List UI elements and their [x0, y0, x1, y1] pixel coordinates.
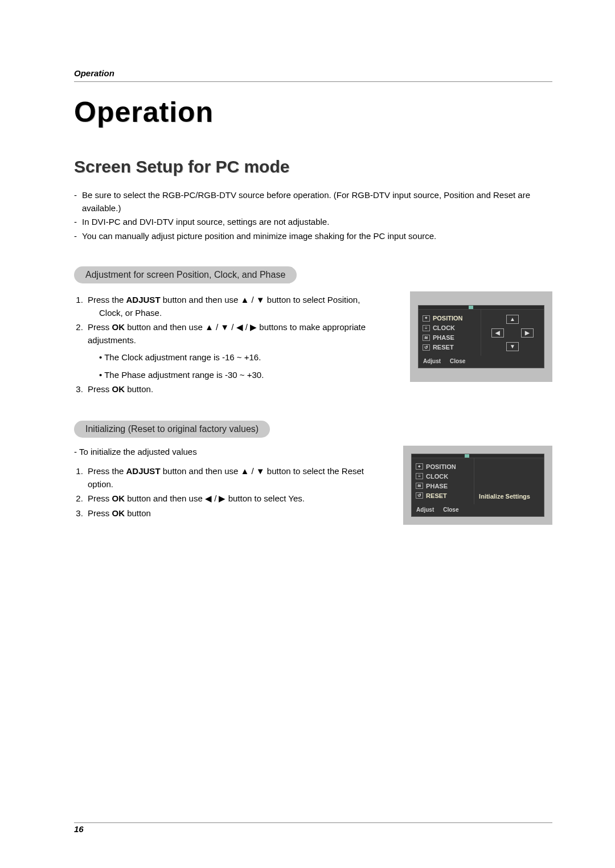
osd-item-phase[interactable]: ≋PHASE: [414, 482, 472, 491]
up-down-arrows-icon: ▲ / ▼: [241, 295, 265, 305]
initialize-settings-label[interactable]: Initialize Settings: [479, 493, 530, 500]
step: Press the ADJUST button and then use ▲ /…: [85, 294, 376, 319]
osd-illustration-2: ⌖POSITION ≡CLOCK ≋PHASE ↺RESET Initializ…: [403, 446, 552, 525]
osd-footer: Adjust Close: [419, 356, 544, 368]
subsection-pill-initializing: Initializing (Reset to original factory …: [74, 421, 270, 438]
osd-item-label: CLOCK: [426, 473, 448, 480]
osd-item-label: PHASE: [433, 334, 454, 341]
osd-item-position[interactable]: ⌖POSITION: [421, 314, 478, 323]
step: Press OK button and then use ◀ / ▶ butto…: [85, 492, 369, 505]
osd-item-reset[interactable]: ↺RESET: [421, 343, 478, 352]
osd-footer: Adjust Close: [412, 504, 544, 516]
osd-item-label: RESET: [426, 492, 447, 499]
intro-bullet: In DVI-PC and DVI-DTV input source, sett…: [74, 216, 552, 229]
osd-menu[interactable]: ⌖POSITION ≡CLOCK ≋PHASE ↺RESET Initializ…: [411, 454, 544, 517]
reset-icon: ↺: [416, 492, 423, 499]
osd-left-col: ⌖POSITION ≡CLOCK ≋PHASE ↺RESET: [412, 458, 474, 504]
dpad-middle-row: ◀ ▶: [491, 328, 534, 338]
page-title: Operation: [74, 96, 552, 129]
ok-button-label: OK: [112, 322, 125, 332]
ok-button-label: OK: [112, 384, 125, 394]
step: Press OK button.: [85, 383, 376, 396]
osd-adjust-hint[interactable]: Adjust: [423, 358, 441, 364]
osd-item-label: PHASE: [426, 483, 448, 489]
subsection-pill-adjustment: Adjustment for screen Position, Clock, a…: [74, 266, 297, 283]
page-footer: 16: [74, 822, 552, 834]
adjust-button-label: ADJUST: [126, 466, 161, 476]
header-rule: [74, 81, 552, 82]
running-head: Operation: [74, 68, 552, 78]
osd-topbar: [412, 454, 544, 458]
range-note: • The Phase adjustment range is -30 ~ +3…: [99, 369, 376, 382]
left-right-arrows-icon: ◀ / ▶: [205, 493, 226, 503]
left-arrow-icon: ◀: [495, 330, 500, 336]
step-cont: Clock, or Phase.: [99, 307, 376, 320]
dpad-left[interactable]: ◀: [491, 328, 504, 338]
osd-close-hint[interactable]: Close: [443, 507, 458, 513]
osd-body: ⌖POSITION ≡CLOCK ≋PHASE ↺RESET ▲ ◀ ▶ ▼: [419, 310, 544, 356]
intro-bullet-list: Be sure to select the RGB-PC/RGB-DTV sou…: [74, 189, 552, 242]
intro-bullet: Be sure to select the RGB-PC/RGB-DTV sou…: [74, 189, 552, 215]
intro-bullet-text: Be sure to select the RGB-PC/RGB-DTV sou…: [82, 189, 552, 215]
section-heading-pc-mode: Screen Setup for PC mode: [74, 157, 552, 176]
footer-rule: [74, 822, 552, 823]
intro-bullet: You can manually adjust picture position…: [74, 230, 552, 243]
section1-two-col: Press the ADJUST button and then use ▲ /…: [74, 291, 552, 398]
osd-item-label: POSITION: [433, 315, 463, 322]
dpad-up[interactable]: ▲: [506, 315, 519, 324]
page-number: 16: [74, 824, 552, 834]
osd-menu[interactable]: ⌖POSITION ≡CLOCK ≋PHASE ↺RESET ▲ ◀ ▶ ▼: [418, 305, 544, 368]
section2-steps: Press the ADJUST button and then use ▲ /…: [74, 465, 369, 520]
ok-button-label: OK: [112, 493, 125, 503]
osd-item-clock[interactable]: ≡CLOCK: [421, 323, 478, 332]
right-arrow-icon: ▶: [525, 330, 530, 336]
manual-page: Operation Operation Screen Setup for PC …: [0, 0, 615, 868]
osd-body: ⌖POSITION ≡CLOCK ≋PHASE ↺RESET Initializ…: [412, 458, 544, 504]
step: Press OK button: [85, 507, 369, 520]
up-down-arrows-icon: ▲ / ▼: [241, 466, 265, 476]
section2-lead-text: - To initialize the adjusted values: [74, 446, 369, 459]
dpad-right[interactable]: ▶: [521, 328, 534, 338]
range-note: • The Clock adjustment range is -16 ~ +1…: [99, 351, 376, 364]
dpad-down[interactable]: ▼: [506, 342, 519, 351]
section1-steps: Press the ADJUST button and then use ▲ /…: [74, 294, 376, 396]
reset-icon: ↺: [423, 344, 430, 351]
section2-text-col: - To initialize the adjusted values Pres…: [74, 446, 369, 522]
osd-item-label: POSITION: [426, 463, 456, 470]
step: Press OK button and then use ▲ / ▼ / ◀ /…: [85, 321, 376, 381]
down-arrow-icon: ▼: [510, 343, 515, 349]
phase-icon: ≋: [416, 483, 423, 489]
osd-item-label: CLOCK: [433, 324, 455, 331]
osd-item-label: RESET: [433, 344, 454, 351]
up-arrow-icon: ▲: [510, 316, 515, 322]
position-icon: ⌖: [416, 463, 423, 470]
position-icon: ⌖: [423, 315, 430, 322]
section2-two-col: - To initialize the adjusted values Pres…: [74, 446, 552, 525]
adjust-button-label: ADJUST: [126, 295, 161, 305]
osd-right-col: Initialize Settings: [474, 458, 544, 504]
osd-close-hint[interactable]: Close: [450, 358, 465, 364]
osd-item-phase[interactable]: ≋PHASE: [421, 333, 478, 342]
ok-button-label: OK: [112, 508, 125, 518]
osd-illustration-1: ⌖POSITION ≡CLOCK ≋PHASE ↺RESET ▲ ◀ ▶ ▼: [410, 291, 552, 382]
phase-icon: ≋: [423, 335, 430, 341]
section2-lead: - To initialize the adjusted values: [74, 446, 369, 459]
intro-bullet-text: You can manually adjust picture position…: [82, 230, 436, 243]
all-arrows-icon: ▲ / ▼ / ◀ / ▶: [205, 322, 257, 332]
osd-right-col: ▲ ◀ ▶ ▼: [481, 310, 544, 356]
step: Press the ADJUST button and then use ▲ /…: [85, 465, 369, 491]
intro-bullet-text: In DVI-PC and DVI-DTV input source, sett…: [82, 216, 329, 229]
osd-left-col: ⌖POSITION ≡CLOCK ≋PHASE ↺RESET: [419, 310, 481, 356]
osd-item-reset[interactable]: ↺RESET: [414, 491, 472, 500]
clock-icon: ≡: [423, 325, 430, 331]
clock-icon: ≡: [416, 473, 423, 479]
osd-topbar: [419, 306, 544, 310]
osd-item-clock[interactable]: ≡CLOCK: [414, 472, 472, 481]
section1-text-col: Press the ADJUST button and then use ▲ /…: [74, 291, 376, 398]
osd-item-position[interactable]: ⌖POSITION: [414, 462, 472, 471]
osd-adjust-hint[interactable]: Adjust: [416, 507, 434, 513]
